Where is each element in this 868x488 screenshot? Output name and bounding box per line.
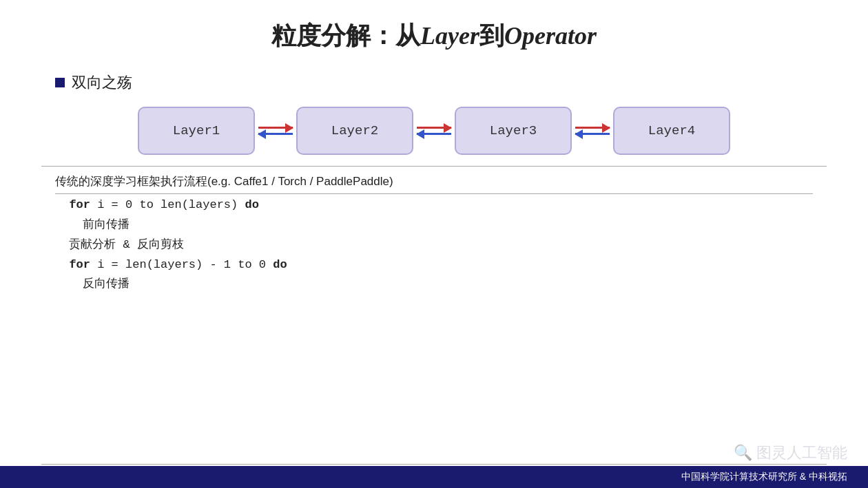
bullet-section: 双向之殇 Layer1 Layer2 Layer3 [0, 65, 868, 162]
layer-box-1: Layer1 [138, 107, 255, 155]
backward-arrow [575, 133, 610, 135]
watermark: 🔍 图灵人工智能 [734, 443, 847, 463]
arrow-3-4 [572, 107, 613, 155]
layer-box-3: Layer3 [455, 107, 572, 155]
kw-do-1: do [245, 198, 258, 211]
code-section-header: 传统的深度学习框架执行流程(e.g. Caffe1 / Torch / Padd… [55, 169, 813, 194]
forward-arrow [417, 127, 451, 129]
backward-arrow [417, 133, 451, 135]
title-area: 粒度分解：从Layer到Operator [0, 0, 868, 65]
code-section: 传统的深度学习框架执行流程(e.g. Caffe1 / Torch / Padd… [0, 167, 868, 295]
layer-diagram: Layer1 Layer2 Layer3 [55, 101, 813, 162]
layer-box-2: Layer2 [296, 107, 413, 155]
footer-text: 中国科学院计算技术研究所 & 中科视拓 [681, 471, 847, 483]
title-middle: 到 [479, 21, 504, 50]
title-layer: Layer [420, 22, 479, 50]
backward-arrow [258, 133, 293, 135]
arrow-2-3 [413, 107, 455, 155]
kw-for-2: for [69, 258, 90, 271]
slide-title: 粒度分解：从Layer到Operator [271, 21, 597, 50]
code-line-5: 反向传播 [55, 275, 813, 295]
kw-do-2: do [273, 258, 287, 271]
code-line-4: for i = len(layers) - 1 to 0 do [55, 255, 813, 275]
bottom-divider [41, 464, 827, 465]
arrow-1-2 [255, 107, 296, 155]
forward-arrow [258, 127, 293, 129]
watermark-logo: 🔍 图灵人工智能 [734, 443, 847, 463]
footer: 中国科学院计算技术研究所 & 中科视拓 [0, 466, 868, 488]
bullet-label: 双向之殇 [72, 72, 132, 93]
kw-for-1: for [69, 198, 90, 211]
bullet-item: 双向之殇 [55, 72, 813, 93]
title-operator: Operator [504, 22, 597, 50]
code-line-3: 贡献分析 & 反向剪枝 [55, 235, 813, 255]
code-line-2: 前向传播 [55, 215, 813, 235]
code-line-1: for i = 0 to len(layers) do [55, 195, 813, 215]
slide: 粒度分解：从Layer到Operator 双向之殇 Layer1 Layer2 [0, 0, 868, 488]
forward-arrow [575, 127, 610, 129]
layer-box-4: Layer4 [613, 107, 730, 155]
title-prefix: 粒度分解：从 [271, 21, 420, 50]
bullet-icon [55, 78, 65, 87]
